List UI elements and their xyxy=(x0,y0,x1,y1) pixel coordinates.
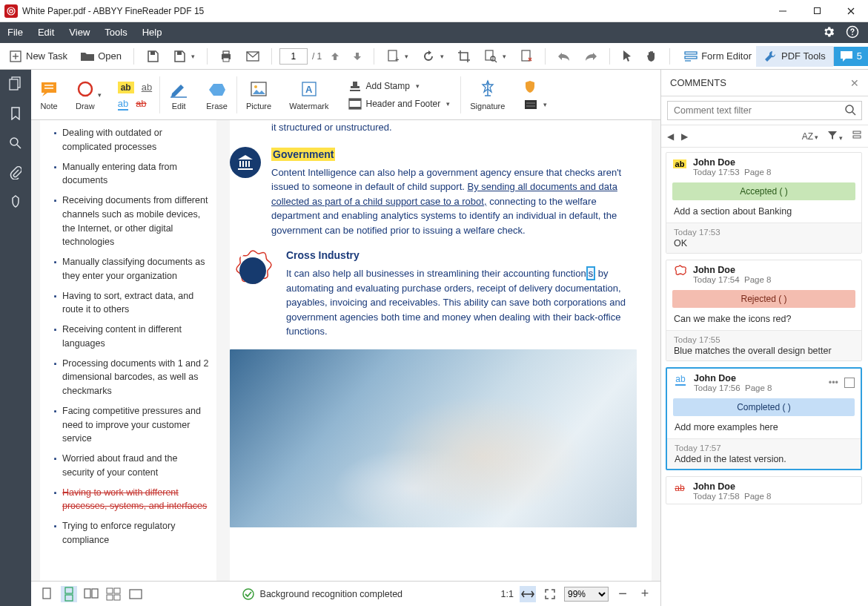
redo-button[interactable] xyxy=(580,48,602,65)
page-view[interactable]: Dealing with outdated or complicated pro… xyxy=(31,120,660,581)
protect-tool[interactable] xyxy=(521,79,550,95)
bookmarks-tab[interactable] xyxy=(7,105,24,122)
save-button[interactable] xyxy=(142,47,164,66)
page-input[interactable] xyxy=(279,48,308,65)
menu-tools[interactable]: Tools xyxy=(97,22,134,43)
settings-icon[interactable] xyxy=(822,25,835,41)
filter-button[interactable]: ▾ xyxy=(827,130,843,142)
add-stamp-tool[interactable]: Add Stamp▾ xyxy=(345,79,454,93)
comment-author: John Doe xyxy=(693,481,772,492)
fit-page-button[interactable] xyxy=(542,586,558,602)
email-button[interactable] xyxy=(242,47,264,66)
signature-tab[interactable] xyxy=(7,194,24,211)
comment-item[interactable]: abJohn DoeToday 17:58 Page 8 xyxy=(666,476,862,504)
fit-width-button[interactable] xyxy=(520,586,536,602)
draw-icon xyxy=(76,79,94,99)
note-tool[interactable]: Note xyxy=(31,70,67,119)
zoom-out-button[interactable]: − xyxy=(614,586,631,602)
next-comment-button[interactable]: ▶ xyxy=(681,131,688,142)
search-page-button[interactable]: ▾ xyxy=(480,47,511,66)
status-bar: Background recognition completed 1:1 99%… xyxy=(31,581,660,606)
tools-icon xyxy=(763,50,777,63)
picture-tool[interactable]: Picture xyxy=(237,70,280,119)
watermark-icon: A xyxy=(300,79,318,99)
view-continuous[interactable] xyxy=(61,586,77,602)
view-single-page[interactable] xyxy=(39,586,55,602)
menu-view[interactable]: View xyxy=(62,22,97,43)
svg-rect-48 xyxy=(43,588,50,599)
menu-help[interactable]: Help xyxy=(135,22,170,43)
comments-close-button[interactable]: ✕ xyxy=(850,77,859,89)
comment-checkbox[interactable] xyxy=(844,378,855,388)
draw-tool[interactable]: Draw ▾ xyxy=(67,70,110,119)
search-tab[interactable] xyxy=(7,135,24,151)
comment-item[interactable]: abJohn DoeToday 17:53 Page 8Accepted ( )… xyxy=(666,152,862,254)
search-page-icon xyxy=(484,50,497,63)
annotation-tool[interactable]: ab xyxy=(118,96,128,110)
zoom-select[interactable]: 99% xyxy=(564,587,609,602)
signature-tool[interactable]: Signature xyxy=(461,70,514,119)
menu-file[interactable]: File xyxy=(0,22,30,43)
zoom-ratio[interactable]: 1:1 xyxy=(501,589,514,599)
text-selection[interactable]: s xyxy=(586,266,596,280)
intro-tail: it structured or unstructured. xyxy=(271,120,637,135)
svg-rect-32 xyxy=(42,82,56,93)
pdf-tools-button[interactable]: PDF Tools xyxy=(756,46,833,67)
crop-button[interactable] xyxy=(453,47,475,66)
new-task-button[interactable]: New Task xyxy=(4,47,72,66)
svg-rect-26 xyxy=(685,56,697,59)
highlight-tool[interactable]: ab xyxy=(118,80,134,93)
rotate-button[interactable]: ▾ xyxy=(417,47,448,66)
comment-menu-button[interactable]: ••• xyxy=(829,378,838,388)
hand-tool[interactable] xyxy=(641,47,662,66)
erase-tool[interactable]: Erase xyxy=(197,70,236,119)
comment-reply: Today 17:55Blue matches the overall desi… xyxy=(666,330,861,360)
government-icon xyxy=(230,147,261,178)
comment-text: Can we make the icons red? xyxy=(666,311,861,330)
form-editor-button[interactable]: Form Editor xyxy=(680,47,756,66)
sort-button[interactable]: AZ▾ xyxy=(802,131,818,142)
comment-item[interactable]: John DoeToday 17:54 Page 8Rejected ( )Ca… xyxy=(666,260,862,361)
comment-type-icon: ab xyxy=(672,481,687,495)
pointer-tool[interactable] xyxy=(617,47,637,66)
help-icon[interactable] xyxy=(846,25,859,41)
add-page-button[interactable]: +▾ xyxy=(382,47,413,66)
undo-button[interactable] xyxy=(553,48,575,65)
edit-tool[interactable]: Edit xyxy=(160,70,197,119)
attachments-tab[interactable] xyxy=(7,165,24,181)
pages-tab[interactable] xyxy=(7,76,24,92)
page-down-button[interactable] xyxy=(348,48,366,65)
window-minimize-button[interactable] xyxy=(766,0,800,22)
search-icon[interactable] xyxy=(845,105,856,119)
comment-text: Add more examples here xyxy=(667,419,861,438)
window-maximize-button[interactable] xyxy=(800,0,834,22)
page-up-button[interactable] xyxy=(326,48,344,65)
menu-edit[interactable]: Edit xyxy=(30,22,62,43)
svg-rect-49 xyxy=(65,587,73,593)
delete-page-button[interactable] xyxy=(515,47,537,66)
strikethrough-tool[interactable]: ab xyxy=(136,96,146,110)
underline-tool[interactable]: ab xyxy=(142,80,152,93)
list-item: Processing documents with 1 and 2 dimens… xyxy=(55,357,209,398)
view-two-page[interactable] xyxy=(83,586,99,602)
svg-rect-15 xyxy=(223,58,229,62)
comment-item[interactable]: abJohn DoeToday 17:56 Page 8•••Completed… xyxy=(666,367,862,470)
svg-line-31 xyxy=(17,145,21,148)
zoom-in-button[interactable]: + xyxy=(637,586,653,602)
open-button[interactable]: Open xyxy=(76,47,126,66)
comment-filter-input[interactable] xyxy=(667,101,862,120)
view-two-continuous[interactable] xyxy=(105,586,122,602)
svg-rect-12 xyxy=(177,51,182,55)
save-as-button[interactable]: ▾ xyxy=(168,47,199,66)
window-close-button[interactable] xyxy=(834,0,868,22)
rotate-icon xyxy=(422,50,435,63)
expand-all-button[interactable] xyxy=(852,130,862,142)
header-footer-tool[interactable]: Header and Footer▾ xyxy=(345,96,454,111)
prev-comment-button[interactable]: ◀ xyxy=(667,131,674,142)
watermark-tool[interactable]: A Watermark xyxy=(280,70,337,119)
cross-industry-icon xyxy=(230,248,276,294)
view-fullscreen[interactable] xyxy=(127,586,144,602)
redact-tool[interactable]: ▾ xyxy=(521,98,550,111)
print-button[interactable] xyxy=(215,47,237,66)
comments-toggle-button[interactable]: 5 xyxy=(833,47,868,66)
